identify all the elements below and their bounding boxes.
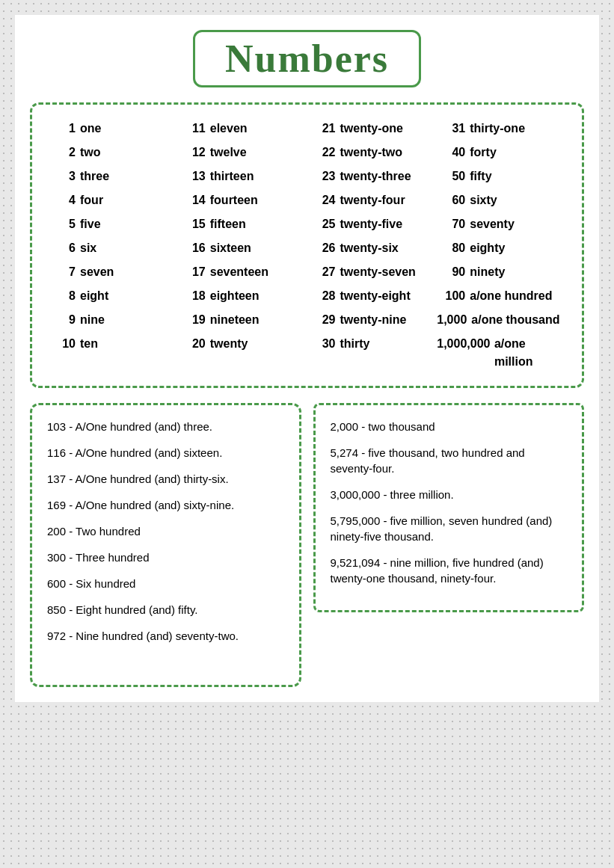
table-row: 1,000a/one thousand [437,308,567,332]
example-item: 972 - Nine hundred (and) seventy-two. [47,628,284,644]
col3: 21twenty-one22twenty-two23twenty-three24… [307,117,438,374]
table-row: 15fifteen [177,212,307,236]
number-digit: 90 [437,263,465,281]
example-item: 9,521,094 - nine million, five hundred (… [331,555,568,586]
table-row: 30thirty [307,332,438,356]
number-digit: 100 [437,287,465,305]
number-word: sixty [470,191,497,209]
table-row: 90ninety [437,260,567,284]
number-digit: 21 [307,120,336,138]
number-digit: 27 [307,263,336,281]
table-row: 16sixteen [177,236,307,260]
number-digit: 40 [437,144,465,161]
number-digit: 20 [177,335,206,353]
number-word: nine [80,311,105,329]
table-row: 50fifty [437,164,567,188]
table-row: 4four [47,188,177,212]
table-row: 70seventy [437,212,567,236]
number-word: three [80,167,109,185]
number-word: fourteen [210,191,258,209]
number-word: twenty-six [340,239,399,257]
number-word: thirty-one [470,120,525,138]
number-digit: 31 [437,120,465,138]
number-word: eight [80,287,108,305]
col1: 1one2two3three4four5five6six7seven8eight… [47,117,177,374]
table-row: 27twenty-seven [307,260,438,284]
number-word: a/one hundred [470,287,552,305]
example-item: 3,000,000 - three million. [331,487,568,502]
example-item: 116 - A/One hundred (and) sixteen. [47,445,284,461]
table-row: 40forty [437,141,567,164]
number-word: twenty-two [340,144,403,161]
example-item: 169 - A/One hundred (and) sixty-nine. [47,497,284,513]
number-digit: 22 [307,144,336,161]
title-section: Numbers [30,30,584,87]
bottom-section: 103 - A/One hundred (and) three.116 - A/… [30,403,584,687]
number-word: twelve [210,144,247,161]
examples-left-box: 103 - A/One hundred (and) three.116 - A/… [30,403,301,687]
number-digit: 1 [47,120,76,138]
number-digit: 25 [307,215,336,233]
table-row: 28twenty-eight [307,284,438,308]
table-row: 1,000,000a/one million [437,332,567,374]
table-row: 10ten [47,332,177,356]
number-digit: 6 [47,239,76,257]
example-item: 850 - Eight hundred (and) fifty. [47,602,284,618]
number-word: thirty [340,335,370,353]
example-item: 5,795,000 - five million, seven hundred … [331,513,568,544]
number-word: seventeen [210,263,268,281]
table-row: 22twenty-two [307,141,438,164]
number-digit: 1,000,000 [437,335,490,353]
number-word: twenty-nine [340,311,407,329]
number-digit: 18 [177,287,206,305]
table-row: 19nineteen [177,308,307,332]
number-digit: 12 [177,144,206,161]
table-row: 18eighteen [177,284,307,308]
table-row: 20twenty [177,332,307,356]
number-digit: 60 [437,191,465,209]
number-word: twenty-one [340,120,403,138]
number-word: twenty [210,335,248,353]
number-digit: 28 [307,287,336,305]
number-word: seven [80,263,114,281]
number-digit: 29 [307,311,336,329]
example-item: 200 - Two hundred [47,523,284,539]
number-word: eighteen [210,287,260,305]
table-row: 26twenty-six [307,236,438,260]
number-digit: 4 [47,191,76,209]
table-row: 13thirteen [177,164,307,188]
number-digit: 23 [307,167,336,185]
example-item: 2,000 - two thousand [331,419,568,434]
number-word: forty [470,144,497,161]
number-word: eighty [470,239,505,257]
number-word: nineteen [210,311,260,329]
example-item: 103 - A/One hundred (and) three. [47,419,284,434]
table-row: 1one [47,117,177,141]
table-row: 5five [47,212,177,236]
number-word: twenty-seven [340,263,416,281]
number-word: four [80,191,103,209]
number-digit: 9 [47,311,76,329]
number-word: two [80,144,101,161]
table-row: 21twenty-one [307,117,438,141]
examples-right-box: 2,000 - two thousand5,274 - five thousan… [313,403,585,612]
number-digit: 24 [307,191,336,209]
table-row: 7seven [47,260,177,284]
number-word: fifty [470,167,491,185]
number-digit: 5 [47,215,76,233]
table-row: 100a/one hundred [437,284,567,308]
number-digit: 15 [177,215,206,233]
table-row: 2two [47,141,177,164]
number-digit: 70 [437,215,465,233]
table-row: 80eighty [437,236,567,260]
number-word: a/one thousand [471,311,559,329]
number-word: thirteen [210,167,254,185]
number-digit: 8 [47,287,76,305]
table-row: 17seventeen [177,260,307,284]
number-word: twenty-five [340,215,403,233]
table-row: 29twenty-nine [307,308,438,332]
example-item: 137 - A/One hundred (and) thirty-six. [47,471,284,487]
number-digit: 1,000 [437,311,467,329]
col4: 31thirty-one40forty50fifty60sixty70seven… [437,117,567,374]
numbers-grid: 1one2two3three4four5five6six7seven8eight… [47,117,567,374]
